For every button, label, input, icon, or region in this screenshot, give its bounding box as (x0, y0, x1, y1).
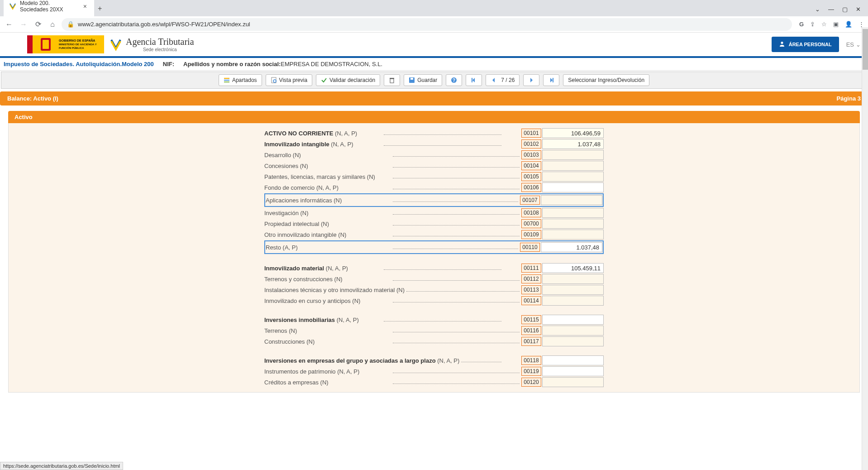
row-label: Otro inmovilizado intangible (N) (264, 231, 391, 238)
gov-flag-logo: GOBIERNO DE ESPAÑA MINISTERIO DE HACIEND… (27, 35, 104, 53)
value-input[interactable] (542, 377, 604, 387)
value-input[interactable] (541, 242, 602, 252)
select-ingreso-button[interactable]: Seleccionar Ingreso/Devolución (563, 74, 649, 86)
value-input[interactable] (542, 172, 604, 182)
svg-rect-8 (390, 79, 394, 83)
form-row: Concesiones (N)00104 (264, 160, 604, 171)
agency-logo-wrap[interactable]: Agencia Tributaria Sede electrónica (110, 37, 194, 52)
dotted-line (393, 329, 520, 332)
share-icon[interactable]: ⇪ (810, 21, 815, 28)
value-input[interactable] (542, 274, 604, 284)
value-input[interactable] (542, 128, 604, 138)
profile-icon[interactable]: 👤 (845, 21, 852, 28)
page-title-row: Impuesto de Sociedades. Autoliquidación.… (0, 58, 868, 71)
google-icon[interactable]: G (799, 21, 804, 28)
scrollbar-thumb[interactable] (863, 29, 868, 70)
lock-icon: 🔒 (67, 21, 74, 28)
prev-page-button[interactable]: 7 / 26 (486, 74, 520, 86)
value-input[interactable] (542, 150, 604, 160)
value-input[interactable] (542, 161, 604, 171)
form-row: Resto (A, P)00110 (266, 242, 602, 253)
form-row: Instrumentos de patrimonio (N, A, P)0011… (264, 366, 604, 377)
code-box: 00110 (520, 243, 540, 252)
prev-icon (491, 77, 497, 83)
chevron-down-icon[interactable]: ⌄ (815, 6, 820, 13)
section-main-right: Página 3 (837, 95, 861, 102)
address-bar[interactable]: 🔒 www2.agenciatributaria.gob.es/wlpl/FWS… (62, 18, 792, 31)
personal-area-button[interactable]: ÁREA PERSONAL (772, 37, 839, 52)
form-row-wrap: Otro inmovilizado intangible (N)00109 (264, 229, 604, 240)
form-row-wrap: Inversiones en empresas del grupo y asoc… (264, 355, 604, 366)
menu-icon[interactable]: ⋮ (858, 21, 864, 28)
value-input[interactable] (542, 139, 604, 149)
new-tab-button[interactable]: + (94, 1, 105, 16)
content-wrap: ACTIVO NO CORRIENTE (N, A, P)00101Inmovi… (8, 123, 860, 393)
code-box: 00119 (521, 367, 541, 376)
code-box: 00106 (521, 183, 541, 192)
value-input[interactable] (542, 285, 604, 295)
row-label: Terrenos (N) (264, 327, 391, 334)
value-input[interactable] (542, 182, 604, 192)
dotted-line (393, 186, 520, 189)
form-row: Investigación (N)00108 (264, 207, 604, 218)
dotted-line (393, 277, 520, 281)
form-row-wrap: Concesiones (N)00104 (264, 160, 604, 171)
guardar-button[interactable]: Guardar (404, 74, 442, 86)
row-spacer (264, 306, 604, 314)
back-button[interactable]: ← (4, 19, 14, 30)
code-box: 00111 (521, 264, 541, 273)
value-input[interactable] (542, 208, 604, 218)
code-box: 00114 (521, 296, 541, 305)
form-row: Otro inmovilizado intangible (N)00109 (264, 229, 604, 240)
browser-tab[interactable]: Modelo 200. Sociedades 20XX × (4, 0, 94, 16)
trash-icon (389, 77, 395, 83)
code-box: 00104 (521, 161, 541, 170)
delete-button[interactable] (384, 74, 400, 86)
maximize-icon[interactable]: ▢ (842, 6, 848, 13)
browser-toolbar-icons: G ⇪ ☆ ▣ 👤 ⋮ (799, 21, 864, 28)
first-icon (471, 77, 477, 83)
value-input[interactable] (542, 296, 604, 306)
first-page-button[interactable] (466, 74, 482, 86)
home-button[interactable]: ⌂ (47, 19, 58, 30)
form-row-wrap: Aplicaciones informáticas (N)00107 (264, 193, 604, 207)
value-input[interactable] (542, 219, 604, 229)
value-input[interactable] (542, 263, 604, 273)
code-box: 00105 (521, 172, 541, 181)
value-input[interactable] (542, 230, 604, 240)
extensions-icon[interactable]: ▣ (833, 21, 839, 28)
dotted-line (393, 222, 520, 225)
value-input[interactable] (542, 336, 604, 346)
vertical-scrollbar[interactable] (862, 27, 868, 393)
value-input[interactable] (542, 366, 604, 376)
value-input[interactable] (542, 355, 604, 365)
forward-button[interactable]: → (18, 19, 29, 30)
reload-button[interactable]: ⟳ (33, 19, 43, 30)
close-icon[interactable]: × (81, 3, 89, 10)
chevron-down-icon: ⌄ (856, 41, 861, 48)
vista-previa-button[interactable]: Vista previa (266, 74, 312, 86)
minimize-icon[interactable]: — (828, 6, 834, 13)
last-page-button[interactable] (543, 74, 559, 86)
value-input[interactable] (541, 195, 602, 205)
form-row-wrap: Inversiones inmobiliarias (N, A, P)00115 (264, 314, 604, 325)
code-box: 00117 (521, 337, 541, 346)
value-input[interactable] (542, 326, 604, 336)
dotted-line (393, 245, 518, 249)
value-input[interactable] (542, 315, 604, 325)
svg-rect-5 (224, 82, 229, 82)
language-selector[interactable]: ES ⌄ (846, 41, 861, 48)
validar-button[interactable]: Validar declaración (316, 74, 380, 86)
form-row: Propiedad intelectual (N)00700 (264, 218, 604, 229)
star-icon[interactable]: ☆ (821, 21, 827, 28)
apartados-button[interactable]: Apartados (219, 74, 262, 86)
form-row: Fondo de comercio (N, A, P)00106 (264, 182, 604, 193)
select-ingreso-label: Seleccionar Ingreso/Devolución (568, 77, 644, 83)
svg-rect-1 (43, 40, 49, 49)
help-button[interactable]: ? (446, 74, 462, 86)
dotted-line (393, 164, 520, 168)
next-page-button[interactable] (523, 74, 539, 86)
svg-rect-14 (472, 78, 472, 82)
close-window-icon[interactable]: ✕ (856, 6, 861, 13)
form-row-wrap: Inmovilizado intangible (N, A, P)00102 (264, 139, 604, 149)
